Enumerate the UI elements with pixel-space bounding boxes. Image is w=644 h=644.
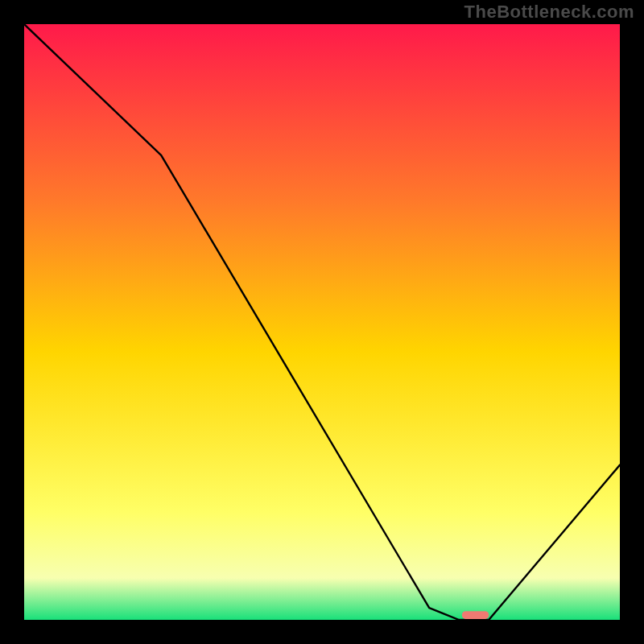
gradient-backdrop — [24, 24, 620, 620]
optimal-marker — [462, 611, 489, 619]
plot-area — [24, 24, 620, 620]
watermark-text: TheBottleneck.com — [464, 2, 634, 23]
chart-frame: TheBottleneck.com — [0, 0, 644, 644]
plot-svg — [24, 24, 620, 620]
